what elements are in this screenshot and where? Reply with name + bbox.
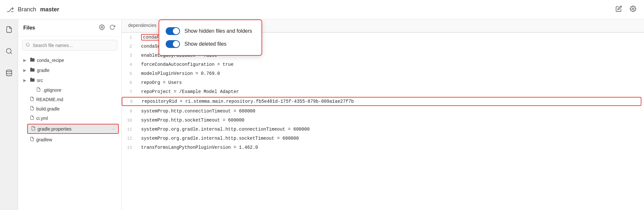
show-hidden-label: Show hidden files and folders: [184, 28, 252, 34]
line-content-5: modelsPluginVersion = 0.769.0: [137, 71, 644, 76]
svg-point-0: [632, 8, 634, 10]
tree-item-readme[interactable]: README.md: [18, 95, 121, 104]
svg-point-3: [6, 70, 12, 72]
code-line-11: 11 systemProp.org.gradle.internal.http.c…: [122, 125, 644, 134]
code-line-4: 4 forceCondaAutoconfiguration = true: [122, 60, 644, 69]
line-content-12: systemProp.org.gradle.internal.http.sock…: [137, 136, 644, 141]
search-input[interactable]: [33, 43, 114, 48]
search-box[interactable]: [22, 40, 117, 51]
tree-item-gradlew[interactable]: gradlew: [18, 135, 121, 144]
file-tree-settings-button[interactable]: [98, 23, 106, 32]
show-deleted-item: Show deleted files: [166, 38, 255, 51]
dropdown-popup: Show hidden files and folders Show delet…: [159, 19, 262, 56]
tree-item-gradle-properties[interactable]: gradle.properties ···: [27, 124, 119, 134]
branch-icon: ⎇: [6, 6, 14, 14]
line-number-11: 11: [122, 127, 137, 132]
folder-icon: [30, 57, 35, 63]
line-number-10: 10: [122, 118, 137, 123]
show-hidden-item: Show hidden files and folders: [166, 25, 255, 38]
chevron-right-icon: ▶: [23, 58, 28, 63]
file-tree-header-icons: [98, 23, 116, 32]
top-bar-actions: [614, 4, 638, 15]
code-line-12: 12 systemProp.org.gradle.internal.http.s…: [122, 134, 644, 143]
code-line-6: 6 repoOrg = Users: [122, 78, 644, 87]
file-tree-panel: Files ▶ conda_rec: [18, 19, 122, 210]
tree-item-gitignore[interactable]: .gitignore: [18, 85, 121, 95]
svg-point-5: [26, 43, 29, 46]
tree-item-name-gradlew: gradlew: [36, 137, 116, 142]
file-icon: [30, 106, 34, 111]
show-deleted-label: Show deleted files: [184, 41, 227, 47]
line-number-8: 8: [122, 99, 138, 104]
svg-line-6: [29, 46, 30, 47]
code-line-9: 9 systemProp.http.connectionTimeout = 60…: [122, 107, 644, 116]
tree-item-gradle[interactable]: ▶ gradle: [18, 65, 121, 75]
line-number-3: 3: [122, 53, 137, 58]
line-number-12: 12: [122, 136, 137, 141]
main-layout: Files ▶ conda_rec: [0, 19, 644, 210]
tree-item-name-build-gradle: build.gradle: [36, 106, 116, 111]
svg-point-4: [101, 27, 103, 28]
line-content-4: forceCondaAutoconfiguration = true: [137, 62, 644, 67]
tree-item-wrapper-gradle-properties: gradle.properties ···: [18, 123, 121, 135]
tab-dependencies[interactable]: dependencies: [122, 19, 163, 32]
line-content-10: systemProp.http.socketTimeout = 600000: [137, 118, 644, 123]
line-number-4: 4: [122, 62, 137, 67]
line-number-5: 5: [122, 71, 137, 76]
code-line-13: 13 transformsLangPythonPluginVersion = 1…: [122, 143, 644, 152]
line-number-9: 9: [122, 109, 137, 114]
file-icon: [36, 87, 41, 93]
line-content-9: systemProp.http.connectionTimeout = 6000…: [137, 109, 644, 114]
file-tree-refresh-button[interactable]: [108, 23, 116, 32]
show-hidden-toggle[interactable]: [166, 27, 180, 35]
tree-item-name-gradle-properties: gradle.properties: [38, 126, 110, 132]
file-tree-header: Files: [18, 19, 121, 37]
sidebar-file-button[interactable]: [3, 23, 15, 37]
tree-item-name-ci-yml: ci.yml: [36, 116, 116, 121]
line-content-11: systemProp.org.gradle.internal.http.conn…: [137, 127, 644, 132]
tree-item-src[interactable]: ▶ src: [18, 75, 121, 85]
code-line-10: 10 systemProp.http.socketTimeout = 60000…: [122, 116, 644, 125]
folder-icon: [30, 77, 35, 83]
sidebar-database-button[interactable]: [3, 67, 15, 81]
code-content: 1 condaPackageName = example-model-adapt…: [122, 33, 644, 210]
line-number-13: 13: [122, 145, 137, 150]
search-icon-inline: [26, 42, 30, 48]
file-tree-list: ▶ conda_recipe ▶ gradle ▶ src: [18, 54, 121, 210]
line-content-6: repoOrg = Users: [137, 80, 644, 85]
edit-button[interactable]: [614, 4, 623, 15]
code-line-8: 8 repositoryRid = ri.stemma.main.reposit…: [122, 97, 641, 106]
line-number-7: 7: [122, 89, 137, 94]
tree-item-name-conda-recipe: conda_recipe: [37, 58, 116, 63]
svg-point-1: [6, 49, 11, 53]
file-icon: [30, 137, 34, 142]
branch-name: master: [40, 6, 59, 13]
line-number-2: 2: [122, 44, 137, 49]
tree-item-name-gitignore: .gitignore: [43, 88, 116, 93]
line-number-1: 1: [122, 35, 137, 40]
file-icon: [30, 97, 34, 102]
settings-button[interactable]: [628, 4, 638, 15]
file-icon: [31, 126, 36, 132]
svg-line-2: [10, 52, 12, 54]
tree-item-conda-recipe[interactable]: ▶ conda_recipe: [18, 55, 121, 65]
tree-item-build-gradle[interactable]: build.gradle: [18, 104, 121, 113]
folder-icon: [30, 67, 35, 73]
line-content-7: repoProject = /Example Model Adapter: [137, 89, 644, 94]
tree-item-name-gradle: gradle: [37, 68, 116, 73]
code-line-5: 5 modelsPluginVersion = 0.769.0: [122, 69, 644, 78]
sidebar-icons: [0, 19, 18, 210]
file-icon: [30, 115, 34, 121]
file-tree-title: Files: [23, 25, 35, 31]
line-number-6: 6: [122, 80, 137, 85]
tree-item-badge: ···: [112, 127, 115, 131]
top-bar: ⎇ Branch master Show hidden files and fo…: [0, 0, 644, 19]
tree-item-ci-yml[interactable]: ci.yml: [18, 113, 121, 123]
branch-label: Branch: [18, 6, 36, 13]
sidebar-search-button[interactable]: [3, 45, 15, 59]
show-deleted-toggle[interactable]: [166, 40, 180, 48]
tree-item-name-readme: README.md: [36, 97, 116, 102]
tree-item-name-src: src: [37, 78, 116, 83]
code-line-7: 7 repoProject = /Example Model Adapter: [122, 87, 644, 96]
chevron-right-icon: ▶: [23, 78, 28, 83]
